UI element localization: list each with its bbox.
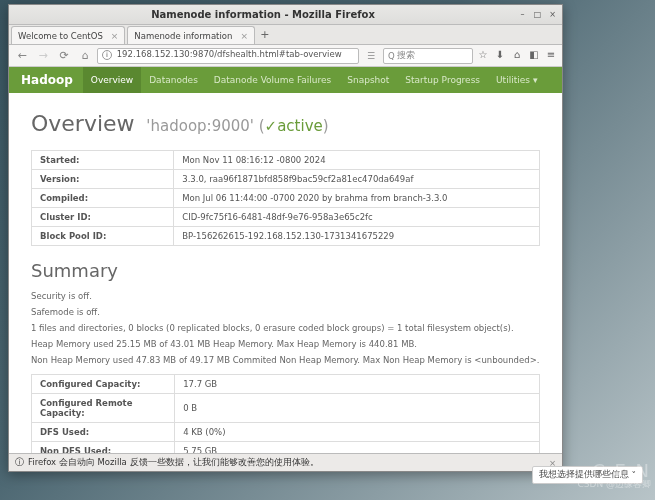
overview-table: Started:Mon Nov 11 08:16:12 -0800 2024 V… [31, 150, 540, 246]
table-row: Cluster ID:CID-9fc75f16-6481-48df-9e76-9… [32, 208, 540, 227]
window-minimize-button[interactable]: – [517, 9, 528, 20]
main-content: Overview 'hadoop:9000' (✓active) Started… [9, 93, 562, 453]
table-row: Version:3.3.0, raa96f1871bfd858f9bac59cf… [32, 170, 540, 189]
nav-snapshot[interactable]: Snapshot [339, 67, 397, 93]
table-row: DFS Used:4 KB (0%) [32, 423, 540, 442]
close-icon[interactable]: × [240, 31, 248, 41]
window-title: Namenode information - Mozilla Firefox [13, 9, 513, 20]
browser-tabs: Welcome to CentOS × Namenode information… [9, 25, 562, 45]
firefox-statusbar: ⓘ Firefox 会自动向 Mozilla 反馈一些数据，让我们能够改善您的使… [9, 453, 562, 471]
downloads-icon[interactable]: ⬇ [493, 49, 507, 63]
table-row: Compiled:Mon Jul 06 11:44:00 -0700 2020 … [32, 189, 540, 208]
table-row: Started:Mon Nov 11 08:16:12 -0800 2024 [32, 151, 540, 170]
summary-line: 1 files and directories, 0 blocks (0 rep… [31, 323, 540, 335]
back-button[interactable]: ← [13, 47, 31, 65]
home-icon[interactable]: ⌂ [510, 49, 524, 63]
summary-heading: Summary [31, 260, 540, 281]
info-icon: ⓘ [15, 457, 24, 469]
reader-button[interactable]: ☰ [362, 47, 380, 65]
self-bookmarks-icon[interactable]: ☆ [476, 49, 490, 63]
sidebar-icon[interactable]: ◧ [527, 49, 541, 63]
nav-overview[interactable]: Overview [83, 67, 141, 93]
chevron-down-icon: ▾ [533, 75, 538, 85]
summary-line: Safemode is off. [31, 307, 540, 319]
summary-table: Configured Capacity:17.7 GB Configured R… [31, 374, 540, 453]
hadoop-brand[interactable]: Hadoop [21, 67, 73, 93]
url-input[interactable]: i 192.168.152.130:9870/dfshealth.html#ta… [97, 48, 359, 64]
menu-icon[interactable]: ≡ [544, 49, 558, 63]
firefox-window: Namenode information - Mozilla Firefox –… [8, 4, 563, 472]
csdn-watermark: CSDN @边缘客卿 [577, 478, 651, 491]
table-row: Configured Remote Capacity:0 B [32, 394, 540, 423]
site-info-icon[interactable]: i [102, 50, 112, 60]
summary-line: Non Heap Memory used 47.83 MB of 49.17 M… [31, 355, 540, 367]
tab-namenode[interactable]: Namenode information × [127, 26, 255, 44]
tab-label: Welcome to CentOS [18, 31, 103, 41]
summary-line: Heap Memory used 25.15 MB of 43.01 MB He… [31, 339, 540, 351]
statusbar-text: Firefox 会自动向 Mozilla 反馈一些数据，让我们能够改善您的使用体… [28, 457, 319, 469]
search-icon: Q [388, 51, 395, 61]
window-maximize-button[interactable]: □ [532, 9, 543, 20]
navigation-toolbar: ← → ⟳ ⌂ i 192.168.152.130:9870/dfshealth… [9, 45, 562, 67]
new-tab-button[interactable]: + [257, 28, 273, 44]
reload-button[interactable]: ⟳ [55, 47, 73, 65]
table-row: Configured Capacity:17.7 GB [32, 375, 540, 394]
page-title: Overview 'hadoop:9000' (✓active) [31, 111, 540, 136]
page-content: Hadoop Overview Datanodes Datanode Volum… [9, 67, 562, 453]
home-button[interactable]: ⌂ [76, 47, 94, 65]
nav-datanodes[interactable]: Datanodes [141, 67, 206, 93]
tab-centos[interactable]: Welcome to CentOS × [11, 26, 125, 44]
window-close-button[interactable]: × [547, 9, 558, 20]
forward-button[interactable]: → [34, 47, 52, 65]
nav-volume-failures[interactable]: Datanode Volume Failures [206, 67, 339, 93]
table-row: Block Pool ID:BP-156262615-192.168.152.1… [32, 227, 540, 246]
hadoop-navbar: Hadoop Overview Datanodes Datanode Volum… [9, 67, 562, 93]
close-icon[interactable]: × [111, 31, 119, 41]
nav-utilities[interactable]: Utilities▾ [488, 67, 545, 93]
window-titlebar: Namenode information - Mozilla Firefox –… [9, 5, 562, 25]
search-input[interactable]: Q 搜索 [383, 48, 473, 64]
summary-line: Security is off. [31, 291, 540, 303]
table-row: Non DFS Used:5.75 GB [32, 442, 540, 453]
nav-startup-progress[interactable]: Startup Progress [397, 67, 488, 93]
tab-label: Namenode information [134, 31, 232, 41]
